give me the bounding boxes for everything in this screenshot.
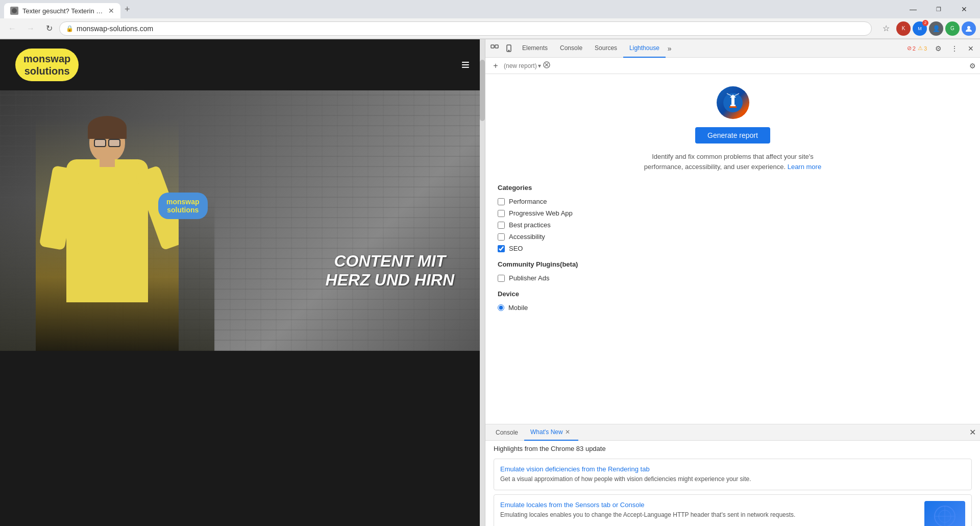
lighthouse-svg: [723, 92, 743, 113]
profile-avatar-1: K: [896, 21, 911, 36]
drawer-tab-console[interactable]: Console: [489, 424, 524, 441]
publisher-ads-checkbox[interactable]: [498, 275, 505, 282]
tab-lighthouse[interactable]: Lighthouse: [623, 39, 666, 58]
back-button[interactable]: ←: [4, 20, 20, 37]
add-report-button[interactable]: +: [489, 60, 502, 72]
maximize-button[interactable]: ❐: [927, 0, 950, 18]
main-layout: monswap solutions ≡: [0, 39, 980, 526]
nav-right: ☆ K M 2 👤 G: [878, 20, 976, 37]
device-title: Device: [498, 290, 968, 298]
hero-person-area: [0, 95, 214, 351]
card-1-title[interactable]: Emulate vision deficiencies from the Ren…: [500, 465, 965, 473]
devtools-settings-button[interactable]: ⚙: [931, 41, 945, 56]
close-tab-button[interactable]: ✕: [108, 7, 114, 15]
hero-text: CONTENT MIT HERZ UND HIRN: [326, 252, 454, 290]
card-1-text: Emulate vision deficiencies from the Ren…: [500, 465, 965, 484]
mobile-radio[interactable]: [498, 304, 504, 311]
categories-title: Categories: [498, 184, 968, 192]
drawer-close-button[interactable]: ✕: [969, 427, 976, 437]
best-practices-checkbox[interactable]: [498, 222, 505, 229]
warning-badge: ⚠ 3: [918, 45, 927, 52]
device-mobile: Mobile: [498, 304, 968, 312]
devtools-close-button[interactable]: ✕: [964, 41, 978, 56]
mobile-label: Mobile: [508, 304, 528, 312]
tab-badges: ⊘ 2 ⚠ 3 ⚙ ⋮ ✕: [907, 41, 978, 56]
tab-elements[interactable]: Elements: [516, 39, 554, 58]
performance-label: Performance: [509, 198, 547, 205]
tab-sources[interactable]: Sources: [589, 39, 623, 58]
logo-badge: monswap solutions: [15, 49, 79, 81]
community-title: Community Plugins(beta): [498, 260, 968, 268]
refresh-button[interactable]: ↻: [41, 20, 57, 37]
address-bar[interactable]: 🔒 monswap-solutions.com: [59, 21, 872, 36]
devtools-more-options-button[interactable]: ⋮: [947, 41, 962, 56]
lighthouse-content: Generate report Identify and fix common …: [485, 74, 980, 424]
accessibility-checkbox[interactable]: [498, 233, 505, 241]
category-performance: Performance: [498, 198, 968, 205]
learn-more-link[interactable]: Learn more: [788, 163, 821, 171]
bubble-text: monswap solutions: [158, 193, 208, 219]
error-badge: ⊘ 2: [907, 45, 916, 52]
drawer-tab-whats-new[interactable]: What's New ✕: [524, 424, 578, 441]
warning-icon: ⚠: [918, 45, 923, 52]
devtools-toolbar: + (new report) ▾ ⚙: [485, 58, 980, 74]
star-button[interactable]: ☆: [878, 20, 894, 37]
svg-rect-13: [729, 106, 737, 108]
person-figure: [36, 106, 179, 351]
close-button[interactable]: ✕: [952, 0, 976, 18]
logo-text: monswap solutions: [23, 53, 70, 77]
browser-chrome: Texter gesucht? Texterin gefunde... ✕ + …: [0, 0, 980, 39]
devtools-device-button[interactable]: [502, 41, 516, 56]
page-scrollbar[interactable]: [480, 39, 485, 526]
svg-point-1: [967, 26, 970, 29]
close-whats-new-tab[interactable]: ✕: [563, 428, 572, 436]
categories-section: Categories Performance Progressive Web A…: [498, 184, 968, 252]
lighthouse-description: Identify and fix common problems that af…: [498, 152, 968, 172]
profile-avatar-2: M 2: [913, 21, 927, 36]
devtools-tab-bar: Elements Console Sources Lighthouse » ⊘ …: [485, 39, 980, 58]
web-content: monswap solutions ≡: [0, 39, 485, 526]
card-2-text: Emulate locales from the Sensors tab or …: [500, 501, 918, 526]
drawer-card-2: Emulate locales from the Sensors tab or …: [494, 494, 972, 526]
title-bar: Texter gesucht? Texterin gefunde... ✕ + …: [0, 0, 980, 18]
nav-bar: ← → ↻ 🔒 monswap-solutions.com ☆ K M 2 👤 …: [0, 18, 980, 39]
svg-rect-2: [491, 45, 494, 48]
drawer-card-1: Emulate vision deficiencies from the Ren…: [494, 459, 972, 490]
url-text: monswap-solutions.com: [77, 25, 153, 33]
forward-button[interactable]: →: [22, 20, 39, 37]
more-tabs-button[interactable]: »: [666, 44, 674, 53]
svg-rect-3: [495, 45, 498, 48]
generate-report-button[interactable]: Generate report: [695, 127, 770, 144]
seo-checkbox[interactable]: [498, 245, 505, 252]
report-select[interactable]: (new report) ▾: [504, 62, 541, 69]
svg-rect-10: [731, 97, 734, 105]
pwa-checkbox[interactable]: [498, 210, 505, 217]
card-2-title[interactable]: Emulate locales from the Sensors tab or …: [500, 501, 918, 509]
clear-report-button[interactable]: [543, 61, 550, 70]
hamburger-icon[interactable]: ≡: [461, 57, 470, 73]
hero-section: monswap solutions CONTENT MIT HERZ UND H…: [0, 90, 485, 351]
category-best-practices: Best practices: [498, 221, 968, 229]
device-section: Device Mobile: [498, 290, 968, 312]
highlight-title: Highlights from the Chrome 83 update: [494, 445, 972, 452]
window-controls: — ❐ ✕: [901, 0, 976, 18]
plugin-publisher-ads: Publisher Ads: [498, 274, 968, 282]
svg-rect-12: [730, 105, 736, 106]
best-practices-label: Best practices: [509, 221, 551, 229]
svg-point-5: [508, 50, 509, 51]
minimize-button[interactable]: —: [901, 0, 925, 18]
tab-favicon: [10, 7, 18, 15]
category-seo: SEO: [498, 245, 968, 252]
profile-avatar-4: G: [945, 21, 960, 36]
browser-tab[interactable]: Texter gesucht? Texterin gefunde... ✕: [4, 3, 120, 18]
card-1-description: Get a visual approximation of how people…: [500, 475, 965, 484]
pwa-label: Progressive Web App: [509, 209, 573, 217]
new-tab-button[interactable]: +: [120, 4, 134, 15]
devtools-toggle-button[interactable]: [487, 41, 502, 56]
svg-point-0: [12, 8, 17, 13]
toolbar-settings-button[interactable]: ⚙: [969, 62, 976, 70]
seo-label: SEO: [509, 245, 523, 252]
tab-title: Texter gesucht? Texterin gefunde...: [22, 7, 104, 15]
tab-console[interactable]: Console: [554, 39, 589, 58]
performance-checkbox[interactable]: [498, 198, 505, 205]
